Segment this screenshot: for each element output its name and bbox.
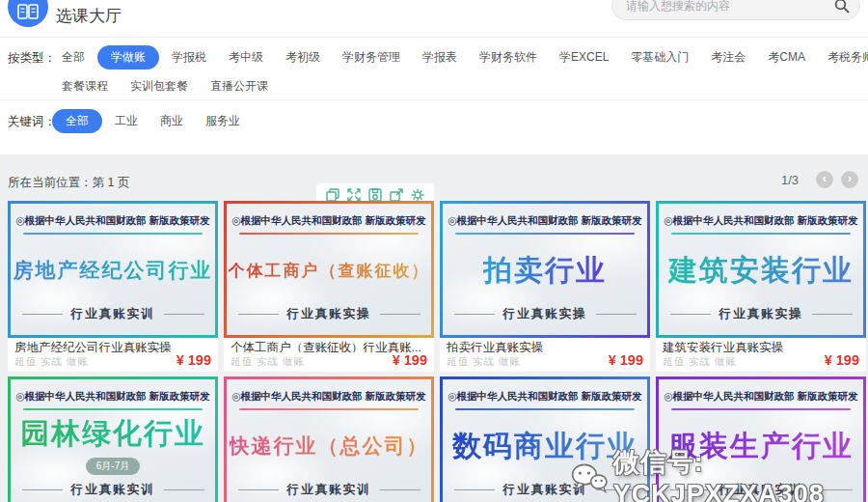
card-info: 个体工商户（查账征收）行业真账... 超值 实战 做账 ¥ 199: [224, 338, 434, 372]
card-price: ¥ 199: [176, 352, 211, 368]
card-subtitle: 行业真账实操: [503, 306, 587, 322]
course-card-banner: ◎根据中华人民共和国财政部 新版政策研发 快递行业（总公司） 行业真账实训: [224, 376, 434, 502]
course-card[interactable]: ◎根据中华人民共和国财政部 新版政策研发 建筑安装行业 行业真账实操 建筑安装行…: [656, 201, 866, 372]
type-filter-pill[interactable]: 零基础入门: [621, 45, 698, 70]
type-filter-pill[interactable]: 考CMA: [758, 45, 815, 70]
subtitle-dash-left: [238, 314, 279, 315]
course-card[interactable]: ◎根据中华人民共和国财政部 新版政策研发 服装生产行业 行业真账实训: [656, 376, 866, 502]
course-card[interactable]: ◎根据中华人民共和国财政部 新版政策研发 房地产经纪公司行业 行业真账实训 房地…: [8, 201, 218, 372]
card-title: 建筑安装行业: [668, 235, 854, 306]
type-filter-pill[interactable]: 学做账: [97, 45, 159, 70]
type-filter-pill[interactable]: 考注会: [701, 45, 755, 70]
course-card[interactable]: ◎根据中华人民共和国财政部 新版政策研发 拍卖行业 行业真账实操 拍卖行业真账实…: [440, 201, 650, 372]
course-hall-icon: [8, 0, 48, 27]
subtitle-dash-right: [596, 314, 637, 315]
card-info: 建筑安装行业真账实操 超值 实战 做账 ¥ 199: [656, 338, 866, 372]
course-card[interactable]: ◎根据中华人民共和国财政部 新版政策研发 数码商业行业 行业真账实训: [440, 376, 650, 502]
card-subtitle: 行业真账实操: [719, 306, 803, 322]
type-filter-pill[interactable]: 考税务师: [818, 45, 868, 70]
type-filter-pill[interactable]: 学财务管理: [333, 45, 410, 70]
subtitle-dash-left: [22, 489, 63, 490]
card-banner-policy: ◎根据中华人民共和国财政部 新版政策研发: [231, 214, 425, 228]
card-banner-policy: ◎根据中华人民共和国财政部 新版政策研发: [448, 390, 641, 404]
type-filter-pill[interactable]: 实训包套餐: [121, 74, 198, 98]
keyword-filter-row: 全部工业商业服务业: [52, 109, 253, 133]
fullscreen-icon[interactable]: [347, 188, 361, 202]
card-banner-policy: ◎根据中华人民共和国财政部 新版政策研发: [448, 214, 641, 228]
pagination: 1/3 ‹ ›: [781, 171, 858, 188]
subtitle-dash-right: [596, 489, 637, 490]
subtitle-dash-left: [670, 314, 711, 315]
card-banner-policy: ◎根据中华人民共和国财政部 新版政策研发: [664, 214, 857, 228]
card-date-badge: 6月-7月: [86, 458, 140, 475]
type-filter-pill[interactable]: 考初级: [276, 45, 330, 70]
copy-icon[interactable]: [326, 188, 339, 202]
keyword-filter-pill[interactable]: 全部: [52, 109, 102, 133]
keyword-filter-label: 关键词：: [8, 114, 56, 130]
type-filter-pill[interactable]: 全部: [52, 45, 95, 70]
type-filter-row-1: 全部学做账学报税考中级考初级学财务管理学报表学财务软件学EXCEL零基础入门考注…: [52, 45, 868, 70]
course-card-banner: ◎根据中华人民共和国财政部 新版政策研发 园林绿化行业 6月-7月 行业真账实训: [8, 376, 218, 502]
card-banner-policy: ◎根据中华人民共和国财政部 新版政策研发: [664, 390, 857, 404]
prev-page-button[interactable]: ‹: [816, 171, 833, 188]
subtitle-dash-left: [238, 489, 279, 490]
subtitle-dash-right: [380, 489, 420, 490]
search-box[interactable]: [611, 0, 860, 20]
course-card[interactable]: ◎根据中华人民共和国财政部 新版政策研发 快递行业（总公司） 行业真账实训: [224, 376, 434, 502]
subtitle-dash-right: [164, 314, 204, 315]
card-info: 拍卖行业真账实操 超值 实战 做账 ¥ 199: [440, 338, 650, 372]
card-title: 房地产经纪公司行业: [14, 235, 213, 306]
card-subtitle: 行业真账实训: [71, 482, 155, 498]
course-card-banner: ◎根据中华人民共和国财政部 新版政策研发 数码商业行业 行业真账实训: [440, 376, 650, 502]
card-subtitle: 行业真账实训: [719, 482, 803, 498]
subtitle-dash-left: [454, 314, 495, 315]
card-info-title: 建筑安装行业真账实操: [663, 340, 859, 352]
share-icon[interactable]: [390, 188, 403, 202]
next-page-button[interactable]: ›: [841, 171, 858, 188]
card-info-title: 个体工商户（查账征收）行业真账...: [231, 340, 427, 352]
page-count: 1/3: [781, 173, 799, 187]
card-tags: 超值 实战 做账: [663, 355, 737, 369]
header-divider: [0, 37, 868, 38]
card-banner-policy: ◎根据中华人民共和国财政部 新版政策研发: [15, 214, 209, 228]
card-tags: 超值 实战 做账: [14, 355, 89, 369]
course-card-banner: ◎根据中华人民共和国财政部 新版政策研发 房地产经纪公司行业 行业真账实训: [8, 201, 218, 338]
save-icon[interactable]: [368, 188, 382, 202]
card-subtitle: 行业真账实训: [71, 306, 155, 322]
card-subtitle: 行业真账实操: [287, 306, 371, 322]
card-title: 快递行业（总公司）: [230, 410, 429, 482]
card-price: ¥ 199: [609, 352, 643, 368]
type-filter-pill[interactable]: 考中级: [219, 45, 273, 70]
card-price: ¥ 199: [393, 352, 427, 368]
keyword-filter-pill[interactable]: 工业: [105, 109, 148, 133]
type-filter-pill[interactable]: 学EXCEL: [550, 45, 618, 70]
course-card[interactable]: ◎根据中华人民共和国财政部 新版政策研发 园林绿化行业 6月-7月 行业真账实训: [8, 376, 218, 502]
card-tags: 超值 实战 做账: [447, 355, 521, 369]
card-info-title: 房地产经纪公司行业真账实操: [14, 340, 211, 352]
type-filter-pill[interactable]: 学报表: [413, 45, 467, 70]
subtitle-dash-right: [164, 489, 204, 490]
type-filter-pill[interactable]: 学财务软件: [470, 45, 547, 70]
search-icon[interactable]: [834, 0, 850, 14]
course-card[interactable]: ◎根据中华人民共和国财政部 新版政策研发 个体工商户（查账征收） 行业真账实操 …: [224, 201, 434, 372]
search-input[interactable]: [612, 0, 834, 13]
open-book-icon: [17, 4, 39, 21]
keyword-filter-pill[interactable]: 服务业: [196, 109, 250, 133]
card-subtitle: 行业真账实训: [503, 482, 587, 498]
card-title: 个体工商户（查账征收）: [229, 235, 430, 306]
type-filter-pill[interactable]: 套餐课程: [52, 74, 118, 98]
card-info-title: 拍卖行业真账实操: [447, 340, 643, 352]
card-banner-policy: ◎根据中华人民共和国财政部 新版政策研发: [231, 390, 425, 404]
type-filter-pill[interactable]: 学报税: [162, 45, 216, 70]
course-card-banner: ◎根据中华人民共和国财政部 新版政策研发 个体工商户（查账征收） 行业真账实操: [224, 201, 434, 338]
keyword-filter-pill[interactable]: 商业: [150, 109, 193, 133]
filter-divider: [0, 99, 868, 100]
type-filter-label: 按类型：: [8, 50, 56, 67]
card-title: 拍卖行业: [483, 235, 607, 306]
settings-icon[interactable]: [411, 188, 424, 202]
card-tags: 超值 实战 做账: [231, 355, 305, 369]
current-location-text: 所在当前位置：第 1 页: [8, 175, 129, 191]
subtitle-dash-left: [22, 314, 63, 315]
subtitle-dash-right: [812, 314, 853, 315]
type-filter-pill[interactable]: 直播公开课: [201, 74, 278, 98]
